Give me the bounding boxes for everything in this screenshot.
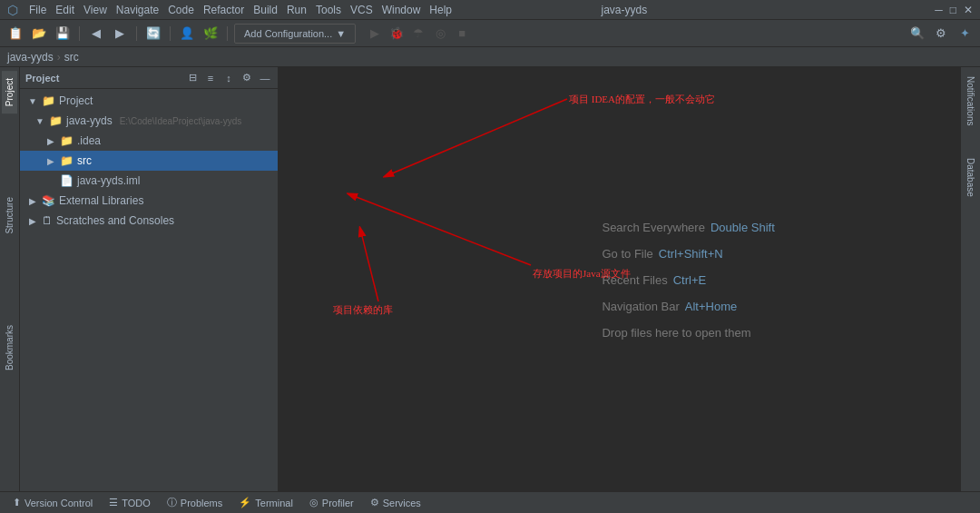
menu-code[interactable]: Code	[168, 4, 194, 16]
search-everywhere-btn[interactable]: 🔍	[907, 24, 927, 44]
bottom-tab-todo[interactable]: ☰ TODO	[102, 493, 158, 513]
toolbar-forward-btn[interactable]: ▶	[110, 24, 130, 44]
settings-btn[interactable]: ⚙	[931, 24, 951, 44]
toolbar-new-btn[interactable]: 📋	[5, 24, 25, 44]
hint-nav-key: Alt+Home	[685, 299, 737, 312]
panel-settings-btn[interactable]: ⚙	[240, 71, 254, 85]
tree-item-src[interactable]: ▶ 📁 src	[20, 151, 278, 171]
problems-icon: ⓘ	[167, 496, 177, 509]
menu-run[interactable]: Run	[287, 4, 307, 16]
panel-expand-btn[interactable]: ≡	[203, 71, 218, 85]
menu-vcs[interactable]: VCS	[350, 4, 373, 16]
tree-item-scratches[interactable]: ▶ 🗒 Scratches and Consoles	[20, 211, 278, 231]
bottom-tab-profiler-label: Profiler	[322, 498, 354, 508]
hint-goto-label: Go to File	[602, 246, 652, 260]
iml-icon: 📄	[60, 174, 74, 187]
bottom-tab-problems[interactable]: ⓘ Problems	[160, 493, 230, 513]
menu-refactor[interactable]: Refactor	[203, 4, 244, 16]
bottom-tab-vcs[interactable]: ⬆ Version Control	[5, 493, 100, 513]
tree-label-ext-libs: External Libraries	[59, 194, 143, 207]
menu-build[interactable]: Build	[253, 4, 278, 16]
svg-line-0	[386, 99, 567, 176]
hint-recent-label: Recent Files	[602, 272, 667, 286]
folder-icon: 📁	[60, 134, 74, 147]
menu-file[interactable]: File	[29, 4, 46, 16]
window-title: java-yyds	[602, 4, 648, 16]
coverage-button[interactable]: ☂	[408, 24, 428, 44]
hint-recent-key: Ctrl+E	[673, 272, 706, 286]
tree-item-iml[interactable]: 📄 java-yyds.iml	[20, 171, 278, 191]
breadcrumb-sep: ›	[57, 51, 61, 64]
minimize-button[interactable]: ─	[935, 4, 943, 16]
sidebar-tab-structure[interactable]: Structure	[2, 190, 17, 242]
menu-help[interactable]: Help	[429, 4, 452, 16]
menu-bar: File Edit View Navigate Code Refactor Bu…	[29, 4, 452, 16]
main-layout: Project Structure Bookmarks Project ⊟ ≡ …	[0, 67, 980, 491]
toolbar-right: 🔍 ⚙ ✦	[907, 24, 975, 44]
tree-item-project-root[interactable]: ▼ 📁 Project	[20, 91, 278, 111]
panel-close-btn[interactable]: —	[258, 71, 272, 85]
project-panel-header: Project ⊟ ≡ ↕ ⚙ —	[20, 67, 278, 89]
run-button[interactable]: ▶	[365, 24, 385, 44]
breadcrumb: java-yyds › src	[0, 47, 980, 67]
tree-item-ext-libs[interactable]: ▶ 📚 External Libraries	[20, 191, 278, 211]
breadcrumb-root[interactable]: java-yyds	[7, 51, 54, 64]
bottom-tab-vcs-label: Version Control	[24, 498, 93, 508]
hint-nav: Navigation Bar Alt+Home	[602, 299, 774, 312]
bottom-tab-terminal-label: Terminal	[255, 498, 293, 508]
tree-item-java-yyds[interactable]: ▼ 📁 java-yyds E:\Code\IdeaProject\java-y…	[20, 111, 278, 131]
menu-navigate[interactable]: Navigate	[116, 4, 159, 16]
right-tab-database[interactable]: Database	[964, 153, 977, 202]
bottom-tab-services-label: Services	[383, 498, 421, 508]
toolbar-sync-btn[interactable]: 🔄	[143, 24, 163, 44]
tree-label-java-yyds: java-yyds	[66, 114, 113, 127]
theme-btn[interactable]: ✦	[955, 24, 975, 44]
toggle-icon: ▶	[27, 216, 38, 226]
right-tab-notifications[interactable]: Notifications	[964, 71, 977, 131]
bottom-tab-problems-label: Problems	[181, 498, 222, 508]
menu-view[interactable]: View	[83, 4, 107, 16]
bottom-tab-services[interactable]: ⚙ Services	[363, 493, 428, 513]
stop-button[interactable]: ■	[452, 24, 472, 44]
annotation-idea: 项目 IDEA的配置，一般不会动它	[569, 93, 715, 106]
src-folder-icon: 📁	[60, 154, 74, 167]
menu-window[interactable]: Window	[382, 4, 421, 16]
editor-content: 项目 IDEA的配置，一般不会动它 Search Everywhere Doub…	[279, 67, 960, 491]
sidebar-tab-bookmarks[interactable]: Bookmarks	[2, 318, 17, 378]
toolbar-branch-btn[interactable]: 🌿	[201, 24, 220, 44]
editor-area: 项目 IDEA的配置，一般不会动它 Search Everywhere Doub…	[279, 67, 960, 491]
toolbar-sep-1	[79, 26, 80, 41]
project-icon: 📁	[42, 94, 55, 107]
toolbar-open-btn[interactable]: 📂	[29, 24, 49, 44]
profiler-icon: ◎	[309, 497, 318, 508]
tree-item-idea[interactable]: ▶ 📁 .idea	[20, 131, 278, 151]
menu-tools[interactable]: Tools	[316, 4, 341, 16]
panel-collapse-btn[interactable]: ⊟	[185, 71, 200, 85]
toolbar-git-btn[interactable]: 👤	[177, 24, 197, 44]
menu-edit[interactable]: Edit	[55, 4, 74, 16]
close-button[interactable]: ✕	[964, 4, 973, 16]
add-configuration-button[interactable]: Add Configuration... ▼	[234, 24, 356, 44]
breadcrumb-src[interactable]: src	[64, 51, 79, 64]
panel-sort-btn[interactable]: ↕	[221, 71, 236, 85]
hint-search-key: Double Shift	[710, 220, 775, 233]
svg-line-2	[360, 229, 378, 301]
debug-button[interactable]: 🐞	[387, 24, 407, 44]
tree-label-idea: .idea	[77, 134, 101, 147]
toolbar-back-btn[interactable]: ◀	[86, 24, 106, 44]
restore-button[interactable]: □	[950, 4, 956, 16]
toggle-icon: ▼	[27, 96, 38, 106]
hint-drop: Drop files here to open them	[602, 325, 774, 339]
profile-button[interactable]: ◎	[430, 24, 450, 44]
toolbar-save-btn[interactable]: 💾	[53, 24, 73, 44]
scratches-icon: 🗒	[42, 214, 53, 227]
svg-line-1	[349, 194, 531, 265]
bottom-tab-terminal[interactable]: ⚡ Terminal	[231, 493, 300, 513]
hint-search-label: Search Everywhere	[602, 220, 704, 233]
app-icon: ⬡	[7, 3, 18, 17]
bottom-tab-profiler[interactable]: ◎ Profiler	[302, 493, 361, 513]
window-controls[interactable]: ─ □ ✕	[935, 4, 973, 16]
sidebar-tab-project[interactable]: Project	[2, 71, 17, 113]
annotation-libs: 项目依赖的库	[333, 303, 393, 317]
tree-label-scratches: Scratches and Consoles	[56, 214, 174, 227]
